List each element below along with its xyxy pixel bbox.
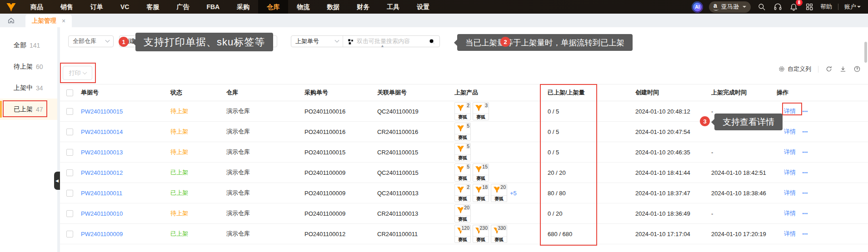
refresh-icon[interactable] [825,65,833,73]
active-indicator-bar [0,58,2,75]
product-badge[interactable]: 3赛狐 [473,102,489,120]
scrollbar[interactable] [864,42,867,63]
product-badge[interactable]: 2赛狐 [454,184,471,202]
quantity-cell: 0 / 5 [548,149,635,156]
more-actions-icon[interactable]: ⋯ [802,231,808,237]
nav-item-VC[interactable]: VC [112,0,138,14]
product-badge[interactable]: 15赛狐 [473,163,489,182]
headset-icon[interactable] [773,2,783,12]
more-actions-icon[interactable]: ⋯ [802,169,808,176]
print-button[interactable]: 打印 [63,66,92,80]
product-badge[interactable]: 5赛狐 [454,163,471,182]
document-number-link[interactable]: PW2401100010 [81,210,170,217]
row-checkbox[interactable] [66,210,73,217]
sidebar-item-count: 141 [30,42,40,49]
more-actions-icon[interactable]: ⋯ [802,210,808,217]
nav-item-商品[interactable]: 商品 [22,0,52,14]
notifications-bell-icon[interactable]: 8 [788,2,798,12]
row-checkbox[interactable] [66,108,73,115]
row-checkbox[interactable] [66,128,73,135]
nav-item-仓库[interactable]: 仓库 [258,0,288,14]
customize-columns-button[interactable]: 自定义列 [778,65,811,73]
download-icon[interactable] [839,65,847,73]
detail-link[interactable]: 详情 [784,209,796,217]
account-menu[interactable]: 账户 [844,3,861,11]
products-cell: 5赛狐 [454,123,548,141]
app-logo-fox-icon[interactable] [0,0,22,14]
document-number-link[interactable]: PW2401100011 [81,190,170,197]
more-actions-icon[interactable]: ⋯ [802,108,808,115]
product-badge[interactable]: 230赛狐 [473,225,489,243]
document-number-link[interactable]: PW2401100015 [81,108,170,115]
more-actions-icon[interactable]: ⋯ [802,190,808,197]
sidebar-collapse-handle[interactable]: ◀ [54,172,60,190]
row-checkbox[interactable] [66,169,73,176]
collapse-filter-arrow-icon[interactable]: ▲ [380,44,384,48]
product-badge[interactable]: 330赛狐 [491,225,507,243]
row-checkbox[interactable] [66,149,73,156]
store-selector[interactable]: a 亚马逊 [709,1,751,13]
product-name: 赛狐 [491,195,507,202]
search-icon[interactable] [429,38,435,45]
nav-item-采购[interactable]: 采购 [228,0,258,14]
product-badge[interactable]: 5赛狐 [454,143,471,161]
product-qty: 2 [466,184,470,190]
product-badge[interactable]: 20赛狐 [454,204,471,222]
detail-link[interactable]: 详情 [784,168,796,177]
sidebar-item-上架中[interactable]: 上架中34 [0,77,57,99]
product-name: 赛狐 [455,236,470,242]
column-header: 仓库 [226,89,304,97]
warehouse-select[interactable]: 全部仓库 [68,35,114,47]
more-actions-icon[interactable]: ⋯ [802,149,808,156]
ai-assistant-button[interactable]: AI [692,1,703,13]
product-name: 赛狐 [491,236,507,242]
more-products-link[interactable]: +5 [510,190,517,197]
detail-link[interactable]: 详情 [784,107,796,115]
more-actions-icon[interactable]: ⋯ [802,128,808,135]
product-badge[interactable]: 2赛狐 [454,102,471,120]
sidebar-item-全部[interactable]: 全部141 [0,35,57,56]
help-circle-icon[interactable] [853,65,861,73]
home-tab[interactable] [0,14,22,27]
search-icon[interactable] [757,2,767,12]
sidebar-item-待上架[interactable]: 待上架60 [0,56,57,77]
nav-item-物流[interactable]: 物流 [288,0,318,14]
sidebar-item-已上架[interactable]: 已上架47 [0,99,57,120]
search-input[interactable]: 双击可批量搜索内容 [343,36,439,47]
product-badge[interactable]: 5赛狐 [454,123,471,141]
product-badge[interactable]: 120赛狐 [454,225,471,243]
document-number-link[interactable]: PW2401100012 [81,169,170,176]
nav-item-客服[interactable]: 客服 [138,0,168,14]
nav-item-工具[interactable]: 工具 [378,0,408,14]
product-badge[interactable]: 20赛狐 [491,184,507,202]
detail-link[interactable]: 详情 [784,230,796,238]
nav-item-FBA[interactable]: FBA [198,0,228,14]
product-qty: 20 [463,205,470,210]
apps-grid-icon[interactable] [804,2,814,12]
select-all-checkbox[interactable] [66,89,73,96]
detail-link[interactable]: 详情 [784,148,796,156]
document-number-link[interactable]: PW2401100009 [81,231,170,237]
nav-item-数据[interactable]: 数据 [318,0,348,14]
help-link[interactable]: 帮助 [820,3,832,11]
document-number-link[interactable]: PW2401100014 [81,128,170,135]
row-checkbox[interactable] [66,231,73,237]
row-checkbox[interactable] [66,190,73,197]
search-field-select[interactable]: 上架单号 [291,36,343,47]
nav-item-广告[interactable]: 广告 [168,0,198,14]
column-header: 上架产品 [454,89,548,97]
nav-item-设置[interactable]: 设置 [408,0,438,14]
nav-item-财务[interactable]: 财务 [348,0,378,14]
detail-link[interactable]: 详情 [784,189,796,197]
nav-item-订单[interactable]: 订单 [82,0,112,14]
close-icon[interactable]: × [62,17,65,25]
sidebar-item-label: 已上架 [14,105,33,114]
product-badge[interactable]: 18赛狐 [473,184,489,202]
document-number-link[interactable]: PW2401100013 [81,149,170,156]
nav-item-销售[interactable]: 销售 [52,0,82,14]
chevron-down-icon [743,6,746,10]
tab-shelving-management[interactable]: 上架管理 × [25,15,72,27]
product-qty: 5 [466,123,470,128]
detail-link[interactable]: 详情 [784,128,796,136]
finished-time-cell: - [711,149,777,156]
